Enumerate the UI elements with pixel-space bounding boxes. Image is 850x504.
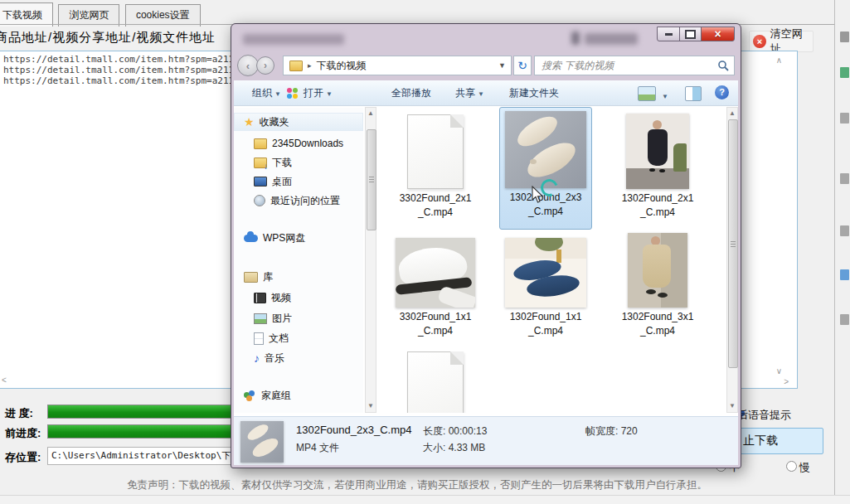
organize-menu[interactable]: 组织▼ [252, 86, 281, 100]
clear-urls-button[interactable]: × 清空网址 [749, 31, 814, 52]
explorer-content: ★ 收藏夹 2345Downloads ↓ 下载 桌面 最近访问的位置 [234, 106, 738, 416]
file-item-6[interactable]: 1302Found_3x1_C.mp4 [611, 236, 704, 338]
address-bar: ‹ › ▸ 下载的视频 ▼ ↻ 搜索 下载的视频 [233, 52, 739, 79]
redacted-title-text [585, 33, 638, 45]
progress-label: 进 度: [5, 406, 33, 421]
minimize-icon [665, 33, 673, 36]
stop-download-label: 止下载 [743, 434, 778, 448]
music-note-icon: ♪ [254, 352, 260, 364]
sidebar-item-pictures[interactable]: 图片 [254, 310, 292, 327]
file-item-2-selected[interactable]: 1302Found_2x3_C.mp4 [499, 107, 592, 230]
help-icon: ? [719, 87, 725, 97]
details-length: 长度: 00:00:13 [423, 424, 487, 439]
sidebar-item-favorites[interactable]: ★ 收藏夹 [244, 114, 289, 130]
file-item-5[interactable]: 1302Found_1x1_C.mp4 [499, 236, 592, 338]
refresh-icon: ↻ [517, 59, 527, 72]
breadcrumb[interactable]: ▸ 下载的视频 ▼ [283, 56, 512, 75]
close-button[interactable]: × [701, 27, 735, 41]
details-file-name: 1302Found_2x3_C.mp4 [296, 424, 412, 436]
folder-icon [289, 61, 303, 71]
speed-slow-label: 慢 [799, 460, 810, 475]
breadcrumb-dropdown-icon[interactable]: ▼ [498, 61, 506, 70]
sidebar-item-libraries[interactable]: 库 [244, 269, 273, 285]
chevron-down-icon: ▼ [326, 90, 333, 98]
sidebar-item-homegroup[interactable]: 家庭组 [244, 387, 291, 404]
forward-arrow-icon: › [264, 60, 267, 71]
file-item-1[interactable]: 3302Found_2x1_C.mp4 [389, 112, 482, 220]
screen: 下载视频 浏览网页 cookies设置 商品地址/视频分享地址/视频文件地址 ×… [0, 0, 850, 504]
clipped-glyph [840, 225, 849, 236]
details-pane: 1302Found_2x3_C.mp4 MP4 文件 长度: 00:00:13 … [234, 416, 738, 465]
file-item-7-partial[interactable] [389, 349, 482, 413]
scroll-left-icon[interactable]: < [2, 376, 7, 385]
folder-icon [254, 138, 267, 149]
clear-x-icon: × [753, 35, 766, 48]
homegroup-icon [244, 390, 256, 401]
play-all-button[interactable]: 全部播放 [391, 86, 431, 100]
sidebar-item-videos[interactable]: 视频 [254, 289, 291, 306]
sidebar-item-desktop[interactable]: 桌面 [254, 173, 292, 190]
file-item-4[interactable]: 3302Found_1x1_C.mp4 [389, 236, 482, 338]
scroll-right-icon[interactable]: > [784, 378, 789, 386]
star-icon: ★ [244, 115, 255, 128]
libraries-icon [244, 272, 258, 283]
file-list-scrollbar[interactable]: ▲ ▼ [726, 107, 738, 413]
close-icon: × [714, 29, 721, 39]
views-dropdown[interactable]: ▼ [659, 90, 668, 101]
search-box[interactable]: 搜索 下载的视频 [534, 56, 735, 75]
chevron-down-icon: ▼ [478, 90, 484, 98]
scroll-up-icon[interactable]: ▲ [727, 108, 737, 119]
search-placeholder: 搜索 下载的视频 [542, 59, 717, 73]
sidebar-item-music[interactable]: ♪ 音乐 [254, 350, 284, 366]
scroll-down-icon[interactable]: ▼ [727, 400, 737, 412]
search-icon [717, 60, 729, 71]
preview-pane-icon[interactable] [685, 86, 702, 101]
help-button[interactable]: ? [715, 85, 729, 99]
back-arrow-icon: ‹ [246, 60, 250, 72]
share-menu[interactable]: 共享▼ [455, 86, 484, 100]
sidebar-scroll-thumb[interactable] [367, 129, 376, 230]
forward-button[interactable]: › [256, 56, 274, 75]
videos-icon [254, 293, 266, 303]
tab-browse-web[interactable]: 浏览网页 [58, 4, 119, 27]
maximize-button[interactable] [679, 27, 702, 41]
scroll-down-icon[interactable]: ▼ [366, 400, 376, 412]
breadcrumb-folder[interactable]: 下载的视频 [317, 59, 367, 73]
clipped-glyph [840, 173, 849, 184]
documents-icon [254, 332, 264, 345]
speed-slow-radio[interactable] [786, 461, 797, 472]
file-item-3[interactable]: 1302Found_2x1_C.mp4 [611, 112, 704, 220]
voice-hint-label: 后语音提示 [737, 408, 791, 423]
sidebar-item-downloads[interactable]: ↓ 下载 [254, 154, 292, 171]
seated-woman-thumbnail [628, 233, 687, 308]
save-location-label: 存位置: [5, 450, 41, 465]
pictures-icon [254, 313, 267, 324]
redacted-title-icon [571, 32, 580, 45]
recent-places-icon [254, 195, 265, 206]
open-menu[interactable]: 打开▼ [304, 86, 333, 100]
tab-cookies-settings[interactable]: cookies设置 [125, 4, 201, 27]
clipped-glyph [840, 269, 849, 280]
bottom-strip [0, 495, 850, 504]
scroll-up-icon[interactable]: ▲ [366, 108, 376, 119]
scroll-down-icon[interactable]: ∨ [776, 367, 782, 376]
minimize-button[interactable] [657, 27, 680, 41]
refresh-button[interactable]: ↻ [513, 56, 532, 75]
white-sneaker-thumbnail [396, 238, 475, 308]
clipped-glyph [840, 314, 849, 325]
sidebar-item-wps-cloud[interactable]: WPS网盘 [244, 230, 305, 246]
blank-video-file-icon [407, 114, 464, 189]
tab-download-video[interactable]: 下载视频 [0, 2, 53, 27]
views-icon[interactable] [638, 86, 656, 101]
sidebar-item-2345downloads[interactable]: 2345Downloads [254, 135, 343, 152]
new-folder-button[interactable]: 新建文件夹 [509, 86, 559, 100]
redacted-title-text [243, 34, 344, 45]
breadcrumb-chevron-icon: ▸ [308, 61, 312, 70]
clipped-glyph [840, 67, 849, 78]
scroll-up-icon[interactable]: ∧ [776, 56, 782, 65]
file-scroll-thumb[interactable] [728, 119, 738, 368]
sidebar-scrollbar[interactable]: ▲ ▼ [365, 107, 376, 413]
sidebar-item-documents[interactable]: 文档 [254, 330, 289, 346]
command-toolbar: 组织▼ 打开▼ 全部播放 共享▼ 新建文件夹 ▼ ? [234, 80, 738, 106]
sidebar-item-recent-places[interactable]: 最近访问的位置 [254, 192, 340, 209]
